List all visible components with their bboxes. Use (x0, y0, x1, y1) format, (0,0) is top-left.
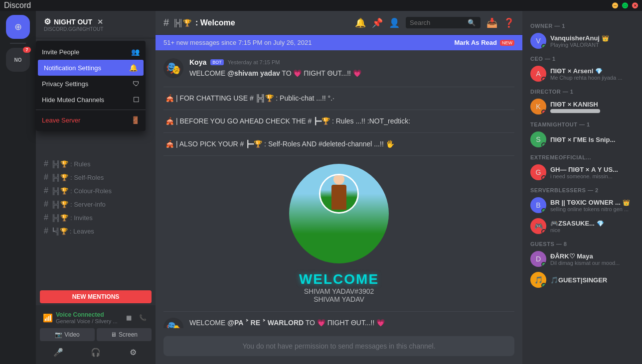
member-name: ΠΙΘТ × ΚΑΝΙSH (550, 101, 634, 108)
ceo-category: CEO — 1 (526, 52, 638, 64)
member-activity: selling online tokens nitro gen ... (550, 206, 634, 212)
user-controls: 🎤 🎧 ⚙ (40, 341, 152, 360)
context-menu: Invite People 👥 Notification Settings 🔔 … (36, 41, 146, 131)
nightout-server-icon[interactable]: NO 7 (6, 48, 30, 72)
koya-avatar-2: 🎭 (163, 318, 183, 328)
app: ⊕ NO 7 ⚙ NIGHT OUT ✕ DISCORD.GG/NIGHTOUT… (0, 11, 642, 364)
member-arsenl[interactable]: A ΠΙΘТ × Arsenl 💎 Me Chup rehta hoon jiy… (526, 64, 638, 84)
message-divider (163, 155, 514, 156)
microphone-button[interactable]: 🎤 (50, 344, 66, 360)
hash-icon: # (44, 186, 48, 195)
messages-area: 🎭 Koya BOT Yesterday at 7:15 PM WELCOME … (156, 50, 522, 328)
discord-home-icon[interactable]: ⊕ (6, 15, 30, 39)
invite-icon: 👥 (131, 48, 140, 56)
menu-separator (36, 110, 146, 110)
search-input[interactable] (410, 19, 465, 26)
hash-icon: # (44, 173, 48, 182)
voice-info: Voice Connected General Voice / Silvery … (56, 311, 120, 324)
member-activity: Me Chup rehta hoon jiyada ... (550, 75, 634, 81)
no-permission-notice: You do not have permission to send messa… (163, 336, 514, 356)
member-info: 🎵GUEST|SINGER (550, 276, 634, 284)
message-author: Koya (189, 58, 206, 66)
member-toxic[interactable]: B BR || ТΘΧΙC OWNER ... 👑 selling online… (526, 195, 638, 215)
inbox-icon[interactable]: 📥 (486, 17, 497, 28)
voice-disconnect-button[interactable]: 📞 (137, 312, 149, 324)
member-name: ΠΙΘТ × Arsenl 💎 (550, 67, 634, 75)
settings-button[interactable]: ⚙ (125, 344, 141, 360)
video-screen-buttons: 📷 Video 🖥 Screen (40, 328, 152, 341)
server-list: ⊕ NO 7 (0, 11, 36, 364)
menu-notification-settings[interactable]: Notification Settings 🔔 (38, 60, 144, 76)
teamnightout-category: TEAMNIGHTOUT — 1 (526, 118, 638, 129)
member-name: BR || ТΘΧΙC OWNER ... 👑 (550, 199, 634, 206)
mark-as-read-button[interactable]: Mark As Read (455, 39, 497, 46)
main-chat: # ╠╣🏆 : Welcome 🔔 📌 👤 🔍 📥 ❓ 51+ new mess… (156, 11, 522, 364)
notification-badge: 7 (23, 47, 31, 53)
serverblessers-category: SERVERBLESSERS — 2 (526, 183, 638, 195)
members-sidebar: OWNER — 1 V VanquisherAnuj 👑 Playing VAL… (522, 11, 642, 364)
member-singer[interactable]: 🎵 🎵GUEST|SINGER (526, 270, 638, 290)
menu-hide-muted[interactable]: Hide Muted Channels ☐ (36, 92, 146, 108)
message-group: 🎭 Koya BOT Yesterday at 7:15 PM WELCOME … (163, 58, 514, 79)
channel-leaves[interactable]: # ┗╣🏆 : Leaves (40, 225, 152, 238)
channel-self-roles[interactable]: # ╠╣🏆 : Self-Roles (40, 171, 152, 184)
new-mentions-button[interactable]: NEW MENTIONS (40, 290, 152, 303)
welcome-image (289, 164, 389, 263)
channel-sidebar: ⚙ NIGHT OUT ✕ DISCORD.GG/NIGHTOUT Invite… (36, 11, 156, 364)
menu-invite-people[interactable]: Invite People 👥 (36, 44, 146, 60)
member-name: VanquisherAnuj 👑 (550, 34, 634, 42)
bell-icon: 🔔 (129, 64, 138, 72)
welcome-text-block: WELCOME SHIVAM YADAV#3902 SHIVAM YADAV (163, 271, 514, 303)
channel-rules[interactable]: # ╠╣🏆 : Rules (40, 157, 152, 170)
menu-leave-server[interactable]: Leave Server 🚪 (36, 112, 146, 128)
message-divider (163, 110, 514, 110)
maximize-button[interactable]: □ (622, 2, 628, 8)
channel-server-info[interactable]: # ╠╣🏆 : Server-info (40, 198, 152, 211)
second-welcome-group: 🎭 WELCOME @PA ˃ RE ˃ WARLORD TO 💗 ΠIGHT … (163, 318, 514, 328)
chat-header: # ╠╣🏆 : Welcome 🔔 📌 👤 🔍 📥 ❓ (156, 11, 522, 35)
message-divider (163, 87, 514, 87)
status-dnd-dot (541, 110, 546, 115)
member-avatar: 🎮 (530, 218, 546, 234)
server-header[interactable]: ⚙ NIGHT OUT ✕ DISCORD.GG/NIGHTOUT (36, 11, 156, 38)
close-button[interactable]: ✕ (632, 2, 638, 8)
member-avatar: 🎵 (530, 272, 546, 288)
member-maya[interactable]: D ĐÂRK♡ Maya Dil dimag kismat our mood..… (526, 249, 638, 269)
titlebar: Discord ─ □ ✕ (0, 0, 642, 11)
channel-colour-roles[interactable]: # ╠╣🏆 : Colour-Roles (40, 184, 152, 197)
member-info: ΠΙΘТ × ΚΑΝΙSH (550, 101, 634, 113)
message-divider (163, 132, 514, 133)
hash-icon: # (44, 159, 48, 168)
minimize-button[interactable]: ─ (612, 2, 618, 8)
channel-label: ╠╣🏆 : Server-info (51, 201, 106, 208)
welcome-bg (289, 164, 389, 263)
video-button[interactable]: 📷 Video (40, 328, 95, 341)
welcome-title: WELCOME (163, 271, 514, 287)
menu-privacy-settings[interactable]: Privacy Settings 🛡 (36, 76, 146, 92)
second-welcome-text: WELCOME @PA ˃ RE ˃ WARLORD TO 💗 ΠIGHT ΘU… (189, 318, 514, 328)
member-info: ĐÂRK♡ Maya Dil dimag kismat our mood... (550, 252, 634, 266)
bell-header-icon[interactable]: 🔔 (355, 17, 366, 28)
close-icon[interactable]: ✕ (97, 18, 103, 26)
member-ayus[interactable]: G GΗ― ΠΙΘТ × Α Υ US... i need someone. m… (526, 162, 638, 182)
headphones-button[interactable]: 🎧 (88, 344, 104, 360)
voice-bars-button[interactable]: ▦ (123, 312, 135, 324)
status-dnd-dot (541, 175, 546, 180)
members-icon[interactable]: 👤 (389, 17, 400, 28)
member-sasuke[interactable]: 🎮 🎮ΖSΑSUKE... 💎 nice (526, 216, 638, 236)
screen-button[interactable]: 🖥 Screen (97, 328, 152, 341)
help-icon[interactable]: ❓ (503, 17, 514, 28)
info-message-3: 🎪 | ALSO PICK YOUR # ┣━🏆 : Self-Roles AN… (163, 139, 514, 149)
channel-label: ┗╣🏆 : Leaves (51, 228, 94, 235)
info-message-1: 🎪 | FOR CHATTING USE # ╠╣🏆 : Public-chat… (163, 93, 514, 104)
guests-category: GUESTS — 8 (526, 237, 638, 249)
member-snip[interactable]: S ΠΙΘТ × ΓΜΕ Is Snip... (526, 129, 638, 149)
door-icon: 🚪 (131, 116, 140, 124)
pin-icon[interactable]: 📌 (372, 17, 383, 28)
channel-invites[interactable]: # ╠╣🏆 : Invites (40, 211, 152, 224)
hash-icon: # (44, 227, 48, 236)
member-vanquisheranuj[interactable]: V VanquisherAnuj 👑 Playing VALORANT (526, 31, 638, 51)
member-avatar: S (530, 131, 546, 147)
member-kanish[interactable]: K ΠΙΘТ × ΚΑΝΙSH (526, 97, 638, 117)
new-messages-banner: 51+ new messages since 7:15 PM on July 2… (156, 35, 522, 50)
